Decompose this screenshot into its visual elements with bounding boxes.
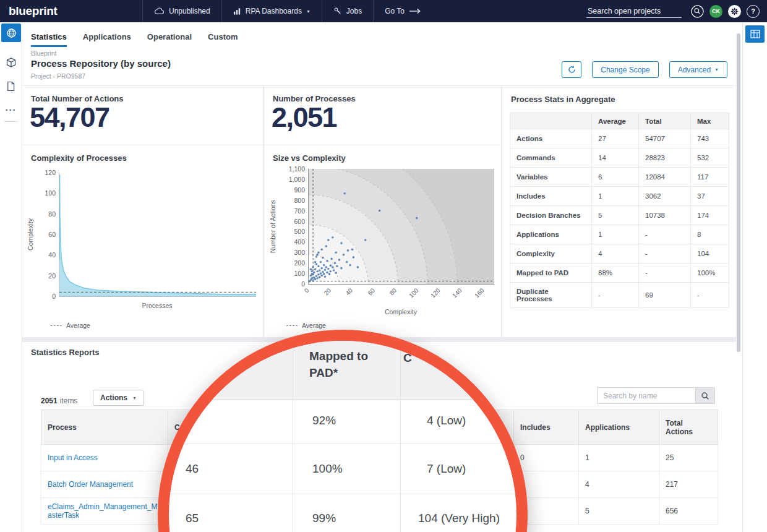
process-link[interactable]: eClaims_Admin_Management_MasterTask	[48, 502, 157, 520]
key-icon	[333, 7, 342, 15]
tab-statistics[interactable]: Statistics	[31, 32, 67, 47]
scatter-plot	[308, 169, 494, 285]
tab-applications[interactable]: Applications	[83, 32, 131, 47]
search-submit-button[interactable]	[696, 387, 715, 404]
chart-legend: Average	[51, 322, 90, 329]
advanced-button[interactable]: Advanced ▼	[669, 61, 727, 78]
scatter-point	[332, 266, 334, 268]
x-tick-label: 80	[388, 287, 398, 297]
kpi-value: 2,051	[272, 101, 336, 134]
complexity-chart-card: Complexity of Processes Complexity 02040…	[22, 145, 263, 337]
search-icon[interactable]	[691, 5, 704, 18]
topbar-item-jobs[interactable]: Jobs	[322, 0, 373, 22]
total-actions-cell: 656	[659, 498, 718, 525]
search-by-name-input[interactable]	[597, 387, 696, 404]
vertical-scrollbar[interactable]	[737, 25, 740, 527]
cloud-icon	[154, 7, 165, 15]
tab-custom[interactable]: Custom	[208, 32, 238, 47]
metric-value-cell: 743	[691, 129, 729, 148]
topbar-item-unpublished[interactable]: Unpublished	[143, 0, 221, 22]
scatter-point	[320, 261, 322, 264]
open-projects-search-input[interactable]	[586, 5, 682, 18]
breadcrumb[interactable]: Blueprint	[31, 49, 56, 57]
magnified-cell: 100%	[312, 462, 343, 476]
scatter-point	[330, 258, 333, 260]
panel-grid-icon[interactable]	[745, 25, 765, 43]
scatter-point	[324, 268, 327, 271]
scatter-point	[314, 268, 317, 271]
total-actions-cell: 25	[659, 445, 718, 471]
scatter-point	[315, 275, 318, 278]
x-tick-label: 0	[303, 287, 311, 294]
app-root: blueprint Unpublished RPA Dashboards ▼ J…	[0, 0, 767, 532]
scatter-point	[324, 275, 327, 278]
area-series-line	[59, 174, 256, 294]
arrow-right-icon	[409, 8, 421, 14]
sidebar: ···	[0, 22, 22, 532]
chart-legend: Average	[286, 322, 326, 329]
sidebar-item-package[interactable]	[0, 54, 22, 71]
metric-value-cell: 12084	[639, 168, 691, 187]
average-dash-icon	[286, 325, 298, 326]
scatter-point	[323, 273, 325, 275]
page-title: Process Repository (by source)	[31, 58, 171, 69]
scatter-point	[327, 239, 330, 241]
y-tick-label: 0	[33, 293, 56, 300]
goto-label: Go To	[385, 7, 405, 15]
refresh-icon	[567, 65, 576, 74]
topbar-item-goto[interactable]: Go To	[374, 0, 432, 22]
process-link[interactable]: Input in Access	[48, 453, 98, 462]
items-count: 2051items	[41, 397, 77, 405]
sidebar-item-globe[interactable]	[1, 24, 21, 42]
topbar-item-rpa-dashboards[interactable]: RPA Dashboards ▼	[222, 0, 322, 22]
x-tick-label: 40	[345, 287, 354, 297]
change-scope-button[interactable]: Change Scope	[592, 61, 658, 78]
document-icon	[6, 81, 15, 92]
includes-cell: 0	[514, 445, 579, 471]
advanced-label: Advanced	[678, 66, 711, 74]
magnified-cell: 99%	[312, 512, 336, 525]
metric-label-cell: Complexity	[510, 244, 592, 264]
tab-bar: Statistics Applications Operational Cust…	[31, 32, 238, 47]
scatter-point	[357, 266, 359, 268]
sidebar-item-document[interactable]	[0, 78, 22, 94]
metric-value-cell: 117	[691, 168, 729, 187]
scatter-point	[364, 239, 367, 241]
scatter-point	[320, 272, 322, 275]
scatter-point	[316, 277, 319, 280]
refresh-button[interactable]	[562, 61, 581, 78]
y-tick-label: 0	[280, 280, 305, 288]
y-tick-label: 500	[280, 228, 305, 235]
chart-title: Size vs Complexity	[273, 153, 346, 163]
metric-value-cell: 100%	[691, 264, 729, 283]
avatar[interactable]: CK	[709, 5, 722, 18]
scatter-point	[333, 269, 335, 272]
y-tick-label: 700	[280, 207, 305, 215]
app-logo[interactable]: blueprint	[0, 4, 142, 18]
chart-title: Complexity of Processes	[31, 153, 127, 163]
magnified-column-header: Mapped to PAD*	[309, 348, 379, 381]
actions-dropdown-button[interactable]: Actions ▼	[93, 390, 144, 406]
help-icon[interactable]: ?	[747, 5, 760, 18]
metric-value-cell: 3062	[639, 187, 691, 206]
metric-value-cell: 69	[639, 283, 691, 308]
tab-operational[interactable]: Operational	[147, 32, 192, 47]
process-cell: Batch Order Management	[41, 471, 168, 498]
y-tick-label: 100	[280, 270, 305, 277]
sidebar-item-more[interactable]: ···	[0, 101, 22, 118]
gear-icon[interactable]	[728, 5, 741, 18]
magnified-cell: 7 (Low)	[427, 462, 466, 476]
metric-value-cell: 14	[592, 148, 639, 168]
scatter-point	[322, 271, 324, 273]
scatter-point	[335, 252, 337, 254]
scatter-point	[313, 272, 315, 274]
scatter-point	[336, 265, 338, 268]
y-tick-label: 400	[280, 238, 305, 246]
scatter-point	[343, 192, 346, 195]
process-link[interactable]: Batch Order Management	[48, 480, 133, 489]
scrollbar-thumb[interactable]	[737, 33, 740, 352]
aggregate-row: Includes1306237	[510, 187, 729, 206]
metric-value-cell: 27	[592, 129, 639, 148]
report-search-group	[597, 387, 715, 404]
magnified-cell: 4 (Low)	[427, 414, 466, 427]
